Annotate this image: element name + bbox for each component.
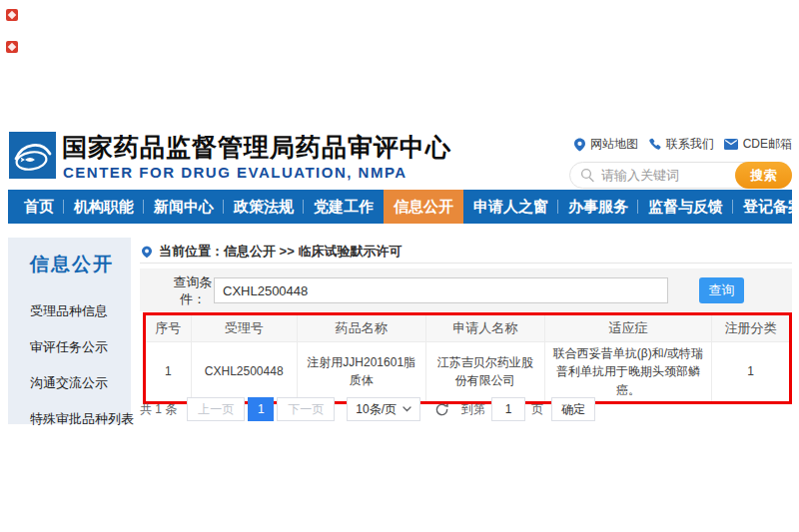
breadcrumb-text: 当前位置：信息公开 >> 临床试验默示许可 [159,243,401,261]
refresh-control[interactable] [434,402,449,417]
nav-item-applicant-window[interactable]: 申请人之窗 [463,190,558,224]
sidebar-item-communication[interactable]: 沟通交流公示 [8,365,131,401]
nav-item-info-disclosure[interactable]: 信息公开 [384,190,463,224]
cde-mail-link[interactable]: CDE邮箱 [724,136,792,153]
col-header-applicant: 申请人名称 [425,315,544,341]
col-header-seq: 序号 [146,315,191,341]
page-number-active[interactable]: 1 [248,397,274,421]
nav-item-services[interactable]: 办事服务 [558,190,638,224]
nav-item-supervision[interactable]: 监督与反馈 [638,190,733,224]
next-page-button[interactable]: 下一页 [277,397,335,421]
cde-nmpa-page: 国家药品监督管理局药品审评中心 CENTER FOR DRUG EVALUATI… [0,0,799,532]
query-condition-input[interactable] [214,277,668,303]
red-badge-icon [6,41,18,53]
nav-item-registration-platform[interactable]: 登记备案平台 [733,190,799,224]
cell-applicant: 江苏吉贝尔药业股份有限公司 [425,341,544,401]
cell-drug-name: 注射用JJH201601脂质体 [297,341,425,401]
nav-item-functions[interactable]: 机构职能 [64,190,144,224]
search-bar: 搜索 [569,162,792,189]
goto-page-suffix: 页 [531,401,543,418]
total-count: 共 1 条 [140,401,177,418]
query-bar: 查询条件： 查询 [140,268,792,311]
prev-page-button[interactable]: 上一页 [187,397,245,421]
results-table-highlight: 序号 受理号 药品名称 申请人名称 适应症 注册分类 1 CXHL2500448… [143,312,792,404]
confirm-button[interactable]: 确定 [551,397,595,421]
sidebar-title: 信息公开 [8,238,131,277]
site-title-en: CENTER FOR DRUG EVALUATION, NMPA [63,164,407,181]
table-row: 1 CXHL2500448 注射用JJH201601脂质体 江苏吉贝尔药业股份有… [146,341,789,401]
refresh-icon [434,402,449,417]
table-header-row: 序号 受理号 药品名称 申请人名称 适应症 注册分类 [146,315,789,341]
location-pin-icon [142,246,152,259]
sidebar: 信息公开 受理品种信息 审评任务公示 沟通交流公示 特殊审批品种列表 [8,238,131,424]
search-input[interactable] [601,168,711,183]
col-header-indication: 适应症 [544,315,711,341]
cell-indication: 联合西妥昔单抗(β)和/或特瑞普利单抗用于晚期头颈部鳞癌。 [544,341,711,401]
contact-us-label: 联系我们 [666,136,714,153]
cell-acceptance-no: CXHL2500448 [191,341,297,401]
query-button[interactable]: 查询 [699,277,744,303]
map-pin-icon [574,138,585,152]
main-nav: 首页 机构职能 新闻中心 政策法规 党建工作 信息公开 申请人之窗 办事服务 监… [8,190,792,224]
col-header-acceptance-no: 受理号 [191,315,297,341]
phone-icon [648,138,661,151]
breadcrumb-divider [140,263,792,264]
nav-item-party[interactable]: 党建工作 [304,190,384,224]
eye-logo-icon [9,132,56,179]
sidebar-items: 受理品种信息 审评任务公示 沟通交流公示 特殊审批品种列表 [8,293,131,437]
pagination: 共 1 条 上一页 1 下一页 10条/页 到第 页 确定 [140,397,595,421]
envelope-icon [724,139,738,150]
sitemap-label: 网站地图 [590,136,638,153]
sidebar-item-review-tasks[interactable]: 审评任务公示 [8,329,131,365]
search-button[interactable]: 搜索 [735,162,792,189]
goto-page-input[interactable] [491,397,525,421]
nav-item-news[interactable]: 新闻中心 [144,190,224,224]
header-quick-links: 网站地图 联系我们 CDE邮箱 [574,136,792,153]
search-icon [580,168,595,183]
chevron-down-icon [402,406,411,412]
sidebar-item-special-approval-list[interactable]: 特殊审批品种列表 [8,401,131,437]
goto-page-prefix: 到第 [461,401,485,418]
cell-seq: 1 [146,341,191,401]
sitemap-link[interactable]: 网站地图 [574,136,638,153]
nav-item-home[interactable]: 首页 [14,190,64,224]
cell-reg-class: 1 [712,341,789,401]
contact-us-link[interactable]: 联系我们 [648,136,714,153]
results-table: 序号 受理号 药品名称 申请人名称 适应症 注册分类 1 CXHL2500448… [146,315,789,401]
col-header-reg-class: 注册分类 [712,315,789,341]
col-header-drug-name: 药品名称 [297,315,425,341]
page-size-select[interactable]: 10条/页 [347,397,420,421]
page-size-value: 10条/页 [356,401,397,418]
site-title-cn: 国家药品监督管理局药品审评中心 [62,131,451,164]
sidebar-item-accepted-varieties[interactable]: 受理品种信息 [8,293,131,329]
breadcrumb: 当前位置：信息公开 >> 临床试验默示许可 [142,243,401,261]
red-badge-icon [6,9,18,21]
query-condition-label: 查询条件： [170,273,216,307]
cde-logo[interactable] [9,132,56,179]
nav-item-policies[interactable]: 政策法规 [224,190,304,224]
cde-mail-label: CDE邮箱 [743,136,792,153]
